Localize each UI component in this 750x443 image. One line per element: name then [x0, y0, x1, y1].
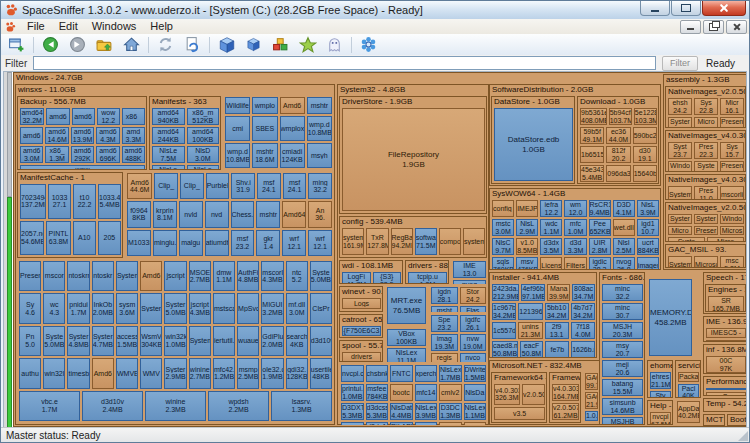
file-box[interactable]: 70234945b78f9a0137.2MB [20, 184, 46, 219]
file-box[interactable]: MSJH20.3M [602, 322, 643, 339]
file-box[interactable]: 205 [98, 221, 121, 256]
region-nativeimages-v2b[interactable]: NativeImages_v2.0.50727_ SysterSysterWin… [665, 202, 746, 242]
winsxs-files-grid[interactable]: Amd644.6MClip_Clip_PurblePlShv.i31.9msf2… [125, 172, 333, 258]
file-box[interactable]: D3D4.1M [613, 200, 635, 217]
file-box[interactable]: caed8.msp50.8MB [492, 341, 518, 357]
file-box[interactable]: Preser [694, 226, 718, 236]
title-bar[interactable]: SpaceSniffer 1.3.0.2 - www.uderzo.it - [… [1, 1, 749, 20]
file-box[interactable]: 15640b [633, 165, 657, 182]
region-catroot[interactable]: catroot - 65. {F750E6C3 [339, 314, 383, 338]
region-manifestcache[interactable]: ManifestCache - 1 70234945b78f9a0137.2MB… [17, 172, 123, 258]
region-nativeimages-v4b[interactable]: NativeImages_v4.0.30319_ SystemPres11.0m… [665, 174, 746, 200]
region-framework64[interactable]: Framework64 - 414.5 v4.0.30319326.3MBv2.… [491, 372, 547, 423]
file-box[interactable]: gdi32.128KB [286, 358, 308, 388]
file-box[interactable]: Amd64 [282, 201, 306, 227]
file-box[interactable]: Pee652KB [589, 219, 611, 236]
file-box[interactable]: amd6 [20, 127, 43, 144]
file-box[interactable]: d3d3.3M [564, 238, 586, 255]
file-box[interactable]: d3d10v [310, 326, 332, 356]
file-box[interactable]: igdic28.2 [589, 257, 611, 269]
file-box[interactable]: usertile48KB [310, 358, 332, 388]
memory-dmp-box[interactable]: MEMORY.DMP458.2MB [647, 278, 693, 358]
file-box[interactable]: Sys15.7 [720, 142, 744, 159]
file-box[interactable]: iefra12.2 [540, 200, 562, 217]
file-box[interactable]: 45e3435.4MB [580, 165, 604, 182]
file-box[interactable]: NlsC9.7M [492, 238, 514, 255]
file-box[interactable]: malgu [179, 230, 203, 256]
file-box[interactable]: msmp2.5MB [237, 358, 259, 388]
file-box[interactable]: imag19.3M [431, 334, 458, 351]
file-box[interactable]: Syste5.0MB [310, 261, 332, 291]
file-box[interactable]: Syster [668, 214, 692, 224]
region-winevt[interactable]: winevt - 90.4M Logs [339, 286, 383, 312]
file-box[interactable]: ec3644.0M [606, 127, 630, 144]
file-box[interactable]: System [189, 326, 211, 356]
file-box[interactable]: config - 4 [492, 200, 514, 217]
file-box[interactable]: IMEJP1 [516, 200, 538, 217]
resize-grip[interactable] [738, 431, 748, 441]
file-box[interactable]: ntoskrn [67, 261, 89, 291]
file-box[interactable]: mfc1.0M [564, 219, 586, 236]
file-box[interactable]: RegBack94.2MB [391, 228, 413, 255]
file-box[interactable]: Amd6 [280, 97, 305, 114]
file-box[interactable]: sysm3.6M [116, 293, 138, 323]
file-box[interactable]: Logs [342, 298, 381, 309]
file-box[interactable]: timesb [67, 358, 89, 388]
file-box[interactable]: amd613.9M [71, 127, 94, 144]
file-box[interactable]: RtkAPI3.4MB [390, 422, 413, 425]
file-box[interactable]: 121396 [518, 303, 542, 320]
menu-file[interactable]: File [20, 19, 52, 34]
file-box[interactable]: 1c967b34.2MB [492, 303, 516, 320]
file-box[interactable]: jscript [164, 261, 186, 291]
file-box[interactable]: simsunb14.6MB [602, 398, 643, 415]
file-box[interactable]: batang15.5M [602, 379, 643, 396]
file-box[interactable]: d3dx1520KB [366, 422, 389, 425]
file-box[interactable]: nvcpl67.5M [650, 412, 671, 424]
region-config[interactable]: config - 539.4MB systemprofile161.9MBTxR… [339, 216, 487, 258]
file-box[interactable]: A10 [73, 221, 96, 256]
file-box[interactable]: Pres22.3 [694, 142, 718, 159]
file-box[interactable]: System [668, 186, 692, 199]
file-box[interactable]: SBES [252, 116, 277, 141]
file-box[interactable]: Pacl40K [678, 384, 699, 398]
parent-folder-button[interactable] [91, 35, 118, 54]
file-box[interactable]: 5b94cfccf80103.7MB [609, 108, 632, 125]
file-box[interactable]: meji20.6 [602, 360, 643, 377]
file-box[interactable]: amd6 [72, 108, 95, 125]
file-box[interactable]: 7f184.0M [571, 322, 595, 339]
file-box[interactable]: Clip_ [154, 173, 178, 199]
rescan-button[interactable] [152, 35, 179, 54]
file-box[interactable]: NlsLex1.7MB [439, 365, 462, 382]
file-box[interactable]: iertutil. [213, 326, 235, 356]
file-box[interactable]: amd6432.2M [20, 108, 44, 125]
winsxs-files-grid[interactable]: WildlifewmploAmd6mshtrcmiSBESwmploxwmp.d… [223, 96, 333, 170]
file-box[interactable]: amd6696K [96, 146, 119, 163]
file-box[interactable]: Syster [140, 293, 162, 323]
file-box[interactable]: pnidui1.7M [67, 293, 89, 323]
region-driverstore[interactable]: DriverStore - 1.9GB FileRepository1.9GB [339, 96, 487, 214]
file-box[interactable]: Syste [668, 237, 705, 241]
file-box[interactable]: nvld [179, 201, 203, 227]
file-box[interactable]: imagere [637, 257, 659, 269]
file-box[interactable]: Present [19, 261, 41, 291]
file-box[interactable]: GdiPlu2.0MB [261, 326, 283, 356]
appdata-box[interactable]: AppDat40.2MB [675, 400, 701, 425]
file-box[interactable]: FileRepository1.9GB [342, 108, 485, 211]
region-ehome[interactable]: ehome - 11 ehres21.1MStyMcs2Med [647, 360, 673, 398]
file-box[interactable]: cmlv2 [439, 384, 462, 401]
file-box[interactable]: mscor648KB [341, 422, 364, 425]
file-box[interactable]: authu [19, 358, 41, 388]
file-box[interactable]: nvco38.2M [460, 353, 487, 362]
file-box[interactable]: 5bb1034.2M [545, 303, 569, 320]
file-box[interactable]: f09648KB [127, 201, 151, 227]
file-box[interactable]: ntc5.2 [286, 261, 308, 291]
file-box[interactable]: Pn5.0 [19, 326, 41, 356]
file-box[interactable]: NlsDa [464, 384, 487, 401]
filter-favorites-button[interactable] [294, 35, 321, 54]
file-box[interactable]: M1033D [127, 230, 151, 256]
file-box[interactable]: PurblePl [206, 173, 230, 199]
file-box[interactable]: spp - 2 [439, 422, 462, 425]
file-box[interactable]: 590bc2 [633, 127, 657, 144]
file-box[interactable]: Syster10.1M [668, 117, 692, 127]
home-button[interactable] [118, 35, 145, 54]
